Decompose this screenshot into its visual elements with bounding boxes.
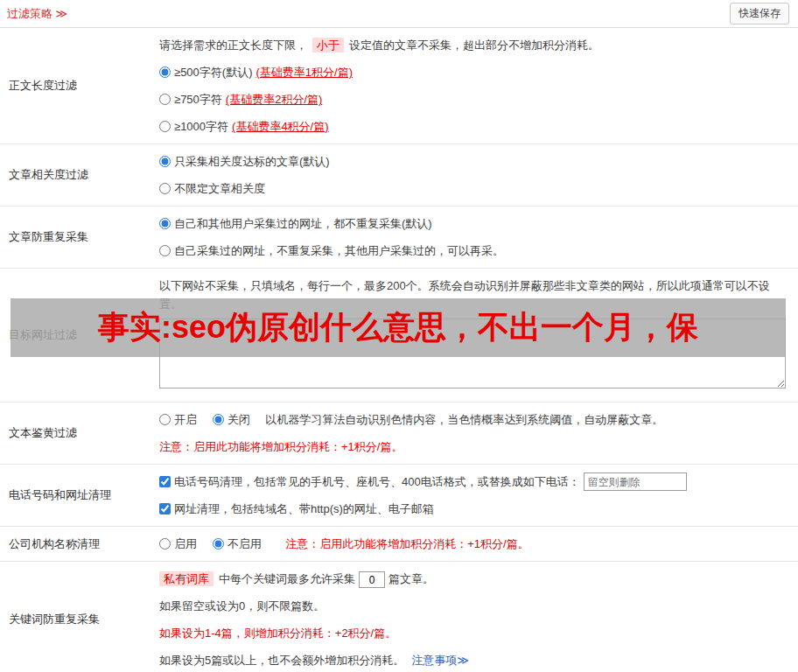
dedupe-option-2-text: 自己采集过的网址，不重复采集，其他用户采集过的，可以再采。 bbox=[174, 244, 504, 257]
phone-clean-label[interactable]: 电话号码清理，包括常见的手机号、座机号、400电话格式，或替换成如下电话： bbox=[159, 472, 580, 491]
keyword-line4: 如果设为5篇或以上，也不会额外增加积分消耗。注意事项≫ bbox=[159, 651, 786, 669]
relevance-option-1[interactable]: 只采集相关度达标的文章(默认) bbox=[159, 152, 786, 171]
section-phone-url-clean: 电话号码和网址清理 电话号码清理，包括常见的手机号、座机号、400电话格式，或替… bbox=[0, 465, 798, 527]
keyword-line1-mid: 中每个关键词最多允许采集 bbox=[219, 572, 355, 585]
length-radio-750[interactable] bbox=[159, 94, 171, 105]
porn-on-label[interactable]: 开启 bbox=[159, 413, 197, 426]
length-fee-link-2[interactable]: (基础费率2积分/篇) bbox=[226, 90, 323, 108]
relevance-option-1-text: 只采集相关度达标的文章(默认) bbox=[174, 155, 330, 168]
section-length: 正文长度过滤 请选择需求的正文长度下限，小于设定值的文章不采集，超出部分不增加积… bbox=[0, 28, 798, 144]
porn-on-radio[interactable] bbox=[159, 414, 171, 425]
relevance-option-2-text: 不限定文章相关度 bbox=[174, 182, 265, 195]
company-off-radio[interactable] bbox=[213, 538, 224, 550]
length-radio-500-label[interactable]: ≥500字符(默认) bbox=[159, 63, 252, 81]
length-option-750[interactable]: ≥750字符 (基础费率2积分/篇) bbox=[159, 90, 786, 108]
company-clean-options: 启用 不启用 注意：启用此功能将增加积分消耗：+1积分/篇。 bbox=[159, 535, 786, 553]
length-option-1000[interactable]: ≥1000字符 (基础费率4积分/篇) bbox=[159, 117, 786, 136]
dedupe-option-2[interactable]: 自己采集过的网址，不重复采集，其他用户采集过的，可以再采。 bbox=[159, 242, 786, 260]
watermark-banner: 事实:seo伪原创什么意思，不出一个月，保 bbox=[10, 298, 786, 357]
porn-off-radio[interactable] bbox=[213, 414, 224, 425]
url-clean-option[interactable]: 网址清理，包括纯域名、带http(s)的网址、电子邮箱 bbox=[159, 500, 786, 518]
keyword-line3: 如果设为1-4篇，则增加积分消耗：+2积分/篇。 bbox=[159, 624, 786, 642]
section-relevance-label: 文章相关度过滤 bbox=[0, 144, 159, 206]
length-radio-1000-label[interactable]: ≥1000字符 bbox=[159, 117, 228, 136]
length-option-750-text: ≥750字符 bbox=[174, 93, 222, 106]
section-company-clean-label: 公司机构名称清理 bbox=[0, 527, 159, 561]
relevance-radio-1[interactable] bbox=[159, 156, 171, 167]
length-radio-1000[interactable] bbox=[159, 121, 171, 132]
company-off-text: 不启用 bbox=[228, 537, 262, 550]
keyword-line2: 如果留空或设为0，则不限篇数。 bbox=[159, 597, 786, 615]
length-intro: 请选择需求的正文长度下限，小于设定值的文章不采集，超出部分不增加积分消耗。 bbox=[159, 36, 786, 54]
porn-on-text: 开启 bbox=[174, 413, 197, 426]
length-intro-before: 请选择需求的正文长度下限， bbox=[159, 38, 307, 52]
notes-link[interactable]: 注意事项≫ bbox=[411, 654, 469, 667]
section-porn-filter: 文本鉴黄过滤 开启 关闭 以机器学习算法自动识别色情内容，当色情概率达到系统阈值… bbox=[0, 402, 798, 465]
porn-off-text: 关闭 bbox=[228, 413, 250, 426]
company-on-text: 启用 bbox=[174, 537, 197, 550]
section-keyword-dedupe-label: 关键词防重复采集 bbox=[0, 562, 159, 672]
length-radio-750-label[interactable]: ≥750字符 bbox=[159, 90, 222, 108]
phone-clean-checkbox[interactable] bbox=[159, 476, 171, 487]
keyword-line1: 私有词库中每个关键词最多允许采集篇文章。 bbox=[159, 570, 786, 588]
phone-replace-input[interactable] bbox=[584, 472, 687, 491]
dedupe-radio-2[interactable] bbox=[159, 245, 171, 256]
dedupe-radio-1-label[interactable]: 自己和其他用户采集过的网址，都不重复采集(默认) bbox=[159, 214, 432, 233]
company-on-label[interactable]: 启用 bbox=[159, 537, 197, 550]
section-keyword-dedupe: 关键词防重复采集 私有词库中每个关键词最多允许采集篇文章。 如果留空或设为0，则… bbox=[0, 562, 798, 672]
page-title[interactable]: 过滤策略 ≫ bbox=[7, 6, 67, 22]
length-option-500[interactable]: ≥500字符(默认) (基础费率1积分/篇) bbox=[159, 63, 786, 81]
toolbar: 过滤策略 ≫ 快速保存 bbox=[0, 0, 798, 28]
relevance-radio-1-label[interactable]: 只采集相关度达标的文章(默认) bbox=[159, 152, 330, 171]
dedupe-option-1[interactable]: 自己和其他用户采集过的网址，都不重复采集(默认) bbox=[159, 214, 786, 233]
length-fee-link-3[interactable]: (基础费率4积分/篇) bbox=[232, 117, 329, 136]
porn-warning: 注意：启用此功能将增加积分消耗：+1积分/篇。 bbox=[159, 438, 786, 456]
length-intro-after: 设定值的文章不采集，超出部分不增加积分消耗。 bbox=[349, 38, 599, 52]
dedupe-radio-1[interactable] bbox=[159, 218, 171, 229]
section-company-clean: 公司机构名称清理 启用 不启用 注意：启用此功能将增加积分消耗：+1积分/篇。 bbox=[0, 527, 798, 562]
relevance-radio-2[interactable] bbox=[159, 183, 171, 194]
private-lexicon-highlight: 私有词库 bbox=[159, 571, 214, 586]
keyword-line1-after: 篇文章。 bbox=[388, 572, 434, 585]
keyword-line4-text: 如果设为5篇或以上，也不会额外增加积分消耗。 bbox=[159, 654, 404, 667]
section-length-label: 正文长度过滤 bbox=[0, 28, 159, 144]
dedupe-option-1-text: 自己和其他用户采集过的网址，都不重复采集(默认) bbox=[174, 217, 432, 230]
porn-filter-options: 开启 关闭 以机器学习算法自动识别色情内容，当色情概率达到系统阈值，自动屏蔽文章… bbox=[159, 410, 786, 429]
company-off-label[interactable]: 不启用 bbox=[213, 537, 262, 550]
company-warning: 注意：启用此功能将增加积分消耗：+1积分/篇。 bbox=[285, 537, 528, 550]
url-clean-label[interactable]: 网址清理，包括纯域名、带http(s)的网址、电子邮箱 bbox=[159, 500, 434, 518]
keyword-count-input[interactable] bbox=[359, 571, 385, 588]
quick-save-button[interactable]: 快速保存 bbox=[730, 3, 789, 24]
watermark-text: 事实:seo伪原创什么意思，不出一个月，保 bbox=[98, 306, 698, 349]
phone-clean-option[interactable]: 电话号码清理，包括常见的手机号、座机号、400电话格式，或替换成如下电话： bbox=[159, 472, 786, 491]
phone-clean-text: 电话号码清理，包括常见的手机号、座机号、400电话格式，或替换成如下电话： bbox=[174, 475, 580, 488]
length-radio-500[interactable] bbox=[159, 66, 171, 78]
url-clean-text: 网址清理，包括纯域名、带http(s)的网址、电子邮箱 bbox=[174, 502, 434, 515]
section-relevance: 文章相关度过滤 只采集相关度达标的文章(默认) 不限定文章相关度 bbox=[0, 144, 798, 206]
section-phone-url-label: 电话号码和网址清理 bbox=[0, 465, 159, 526]
porn-off-label[interactable]: 关闭 bbox=[213, 413, 250, 426]
length-option-1000-text: ≥1000字符 bbox=[174, 120, 228, 133]
length-fee-link-1[interactable]: (基础费率1积分/篇) bbox=[256, 63, 353, 81]
length-option-500-text: ≥500字符(默认) bbox=[174, 66, 252, 79]
dedupe-radio-2-label[interactable]: 自己采集过的网址，不重复采集，其他用户采集过的，可以再采。 bbox=[159, 242, 504, 260]
relevance-radio-2-label[interactable]: 不限定文章相关度 bbox=[159, 179, 265, 198]
section-porn-filter-label: 文本鉴黄过滤 bbox=[0, 402, 159, 464]
section-dedupe: 文章防重复采集 自己和其他用户采集过的网址，都不重复采集(默认) 自己采集过的网… bbox=[0, 206, 798, 269]
lessthan-highlight: 小于 bbox=[312, 38, 344, 52]
porn-desc: 以机器学习算法自动识别色情内容，当色情概率达到系统阈值，自动屏蔽文章。 bbox=[265, 413, 663, 426]
url-clean-checkbox[interactable] bbox=[159, 503, 171, 514]
section-dedupe-label: 文章防重复采集 bbox=[0, 206, 159, 268]
relevance-option-2[interactable]: 不限定文章相关度 bbox=[159, 179, 786, 198]
company-on-radio[interactable] bbox=[159, 538, 171, 550]
